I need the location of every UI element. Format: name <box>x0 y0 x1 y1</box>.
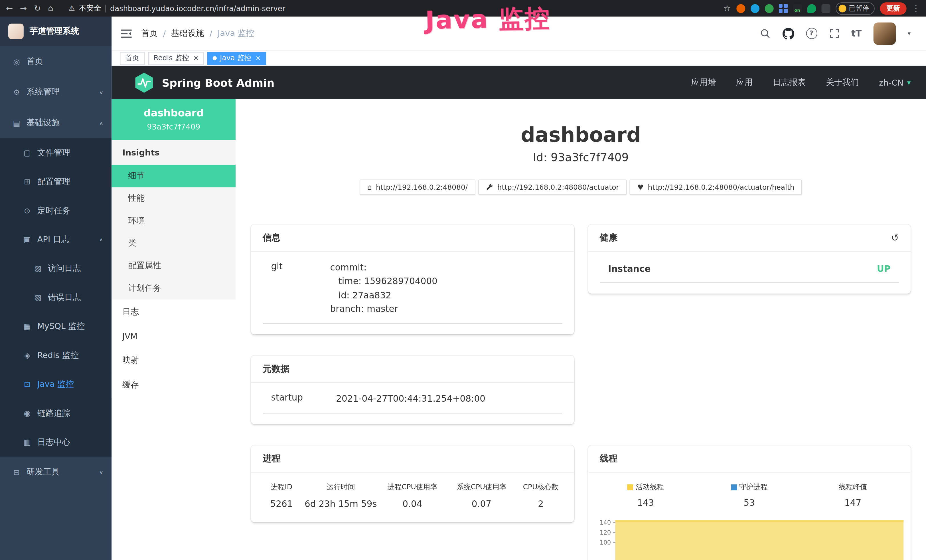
health-url-link[interactable]: ♥ http://192.168.0.2:48080/actuator/heal… <box>630 180 802 195</box>
dev-tools-icon: ⊟ <box>12 468 21 477</box>
url-text[interactable]: dashboard.yudao.iocoder.cn/infra/admin-s… <box>110 4 285 12</box>
browser-menu-icon[interactable]: ⋮ <box>912 4 920 12</box>
avatar-caret-icon[interactable]: ▾ <box>908 30 911 37</box>
sba-sidebar: dashboard 93a3fc7f7409 Insights 细节 性能 环境… <box>112 99 236 560</box>
col-header: 进程ID <box>259 482 304 492</box>
col-value: 0.04 <box>378 499 447 509</box>
sidebar-item-label: 定时任务 <box>37 206 103 216</box>
tab-home[interactable]: 首页 <box>120 51 145 65</box>
github-icon[interactable] <box>782 27 794 39</box>
font-size-icon[interactable]: tT <box>851 28 861 38</box>
help-icon[interactable]: ? <box>806 28 817 39</box>
reload-icon[interactable]: ↻ <box>34 4 41 12</box>
avatar[interactable] <box>873 22 896 45</box>
history-icon[interactable]: ↺ <box>891 232 899 243</box>
sba-item-config-props[interactable]: 配置属性 <box>112 255 236 277</box>
extension-fox-icon[interactable] <box>736 4 745 12</box>
sba-nav: 应用墙 应用 日志报表 关于我们 zh-CN ▾ <box>691 77 911 88</box>
card-title-info: 信息 <box>251 224 574 251</box>
extension-grid-icon[interactable] <box>779 4 787 12</box>
service-url-link[interactable]: ⌂ http://192.168.0.2:48080/ <box>360 180 475 195</box>
sidebar-item-redis-monitor[interactable]: ◈ Redis 监控 <box>0 341 112 370</box>
sba-item-metrics[interactable]: 性能 <box>112 187 236 210</box>
search-icon[interactable] <box>760 28 770 38</box>
forward-icon[interactable]: → <box>20 4 27 12</box>
extension-on-icon[interactable]: on <box>793 4 802 12</box>
sidebar-item-log-center[interactable]: ▥ 日志中心 <box>0 428 112 456</box>
sba-instance-header[interactable]: dashboard 93a3fc7f7409 <box>112 99 236 140</box>
extension-leaf-icon[interactable] <box>807 4 816 12</box>
col-value: 2 <box>516 499 566 509</box>
fullscreen-icon[interactable] <box>829 28 839 38</box>
address-bar[interactable]: ⚠ 不安全 dashboard.yudao.iocoder.cn/infra/a… <box>68 3 285 13</box>
sidebar-item-access-logs[interactable]: ▨ 访问日志 <box>0 254 112 283</box>
sba-item-details[interactable]: 细节 <box>112 165 236 188</box>
update-button[interactable]: 更新 <box>880 2 906 14</box>
live-threads-area <box>615 521 904 560</box>
sidebar-item-dev-tools[interactable]: ⊟ 研发工具 ∨ <box>0 457 112 487</box>
sba-nav-wallboard[interactable]: 应用墙 <box>691 77 716 88</box>
sidebar-item-infrastructure[interactable]: ▤ 基础设施 ∧ <box>0 107 112 138</box>
sba-brand[interactable]: Spring Boot Admin <box>162 76 274 89</box>
sidebar-item-config-management[interactable]: ⊞ 配置管理 <box>0 167 112 196</box>
y-tick: 120 <box>600 528 615 538</box>
sba-nav-about[interactable]: 关于我们 <box>826 77 859 88</box>
back-icon[interactable]: ← <box>6 4 13 12</box>
sba-item-mappings[interactable]: 映射 <box>112 348 236 373</box>
close-icon[interactable]: × <box>194 54 199 62</box>
extensions-puzzle-icon[interactable] <box>821 4 830 12</box>
sba-item-scheduled-tasks[interactable]: 计划任务 <box>112 277 236 300</box>
sidebar-item-file-management[interactable]: ▢ 文件管理 <box>0 138 112 167</box>
breadcrumb: 首页 / 基础设施 / Java 监控 <box>141 28 254 38</box>
paused-badge[interactable]: 已暂停 <box>835 2 875 14</box>
col-value: 5261 <box>259 499 304 509</box>
extension-green-icon[interactable] <box>764 4 773 12</box>
security-warning-label[interactable]: 不安全 <box>79 3 101 13</box>
extension-drop-icon[interactable] <box>750 4 759 12</box>
app-header: 首页 / 基础设施 / Java 监控 ? <box>112 17 926 51</box>
sba-item-environment[interactable]: 环境 <box>112 210 236 232</box>
tab-label: Java 监控 <box>220 53 251 63</box>
redis-icon: ◈ <box>23 351 32 360</box>
close-icon[interactable]: × <box>256 54 261 62</box>
sba-item-classes[interactable]: 类 <box>112 232 236 255</box>
bookmark-star-icon[interactable]: ☆ <box>723 4 731 12</box>
sidebar-item-system[interactable]: ⚙ 系统管理 ∨ <box>0 77 112 107</box>
sidebar-item-scheduled-jobs[interactable]: ⊙ 定时任务 <box>0 196 112 225</box>
chart-y-axis: 140 120 100 <box>596 516 615 560</box>
card-title: 线程 <box>600 453 617 465</box>
sba-nav-applications[interactable]: 应用 <box>736 77 753 88</box>
sidebar-item-label: 系统管理 <box>27 87 94 97</box>
actuator-url-link[interactable]: http://192.168.0.2:48080/actuator <box>478 180 626 195</box>
breadcrumb-infrastructure[interactable]: 基础设施 <box>171 28 204 38</box>
sidebar-item-home[interactable]: ◎ 首页 <box>0 46 112 77</box>
app-logo-row[interactable]: 芋道管理系统 <box>0 17 112 46</box>
breadcrumb-home[interactable]: 首页 <box>141 28 158 38</box>
sidebar-item-error-logs[interactable]: ▧ 错误日志 <box>0 283 112 312</box>
legend-square-yellow-icon <box>627 484 633 490</box>
tab-redis-monitor[interactable]: Redis 监控 × <box>148 51 204 65</box>
sidebar-item-label: Java 监控 <box>37 379 103 389</box>
sba-item-caches[interactable]: 缓存 <box>112 373 236 398</box>
health-instance-row: Instance UP <box>600 251 899 283</box>
sidebar-toggle-icon[interactable] <box>121 29 132 38</box>
git-id-line: id: 27aa832 <box>330 289 562 303</box>
process-col-process-cpu: 进程CPU使用率 0.04 <box>378 482 447 509</box>
sidebar-item-label: 错误日志 <box>48 292 103 303</box>
sba-locale-select[interactable]: zh-CN ▾ <box>879 78 911 87</box>
browser-home-icon[interactable]: ⌂ <box>48 4 53 12</box>
sidebar-item-java-monitor[interactable]: ⊡ Java 监控 <box>0 370 112 398</box>
infrastructure-icon: ▤ <box>12 118 21 127</box>
tab-java-monitor[interactable]: Java 监控 × <box>207 51 266 65</box>
sba-navbar: Spring Boot Admin 应用墙 应用 日志报表 关于我们 zh-CN… <box>112 66 926 99</box>
sba-nav-journal[interactable]: 日志报表 <box>773 77 806 88</box>
y-tick: 100 <box>600 538 615 548</box>
browser-actions: ☆ on 已暂停 更新 ⋮ <box>723 2 920 14</box>
sba-item-jvm[interactable]: JVM <box>112 324 236 348</box>
sidebar-item-api-logs[interactable]: ▣ API 日志 ∧ <box>0 225 112 254</box>
sidebar-item-label: 配置管理 <box>37 176 103 187</box>
sidebar-item-tracing[interactable]: ◉ 链路追踪 <box>0 399 112 428</box>
sidebar-item-mysql-monitor[interactable]: ▦ MySQL 监控 <box>0 312 112 341</box>
sba-item-logs[interactable]: 日志 <box>112 300 236 324</box>
sba-main: dashboard Id: 93a3fc7f7409 ⌂ http://192.… <box>236 99 926 560</box>
